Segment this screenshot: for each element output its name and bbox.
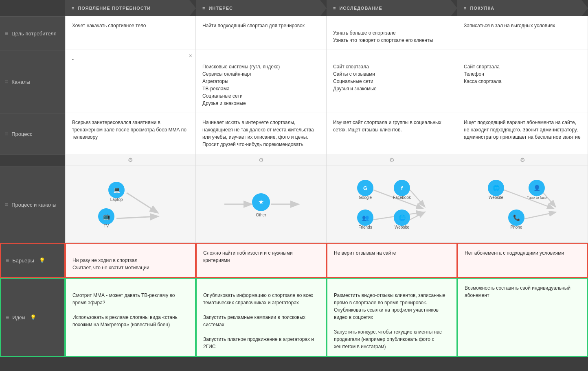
sidebar-ideas: ≡ Идеи 💡 <box>0 278 65 357</box>
process-cell-4: Ищет подходящий вариант абонемента на са… <box>457 113 588 154</box>
svg-text:Google: Google <box>359 195 372 200</box>
menu-icon-process: ≡ <box>5 131 8 137</box>
svg-text:Friends: Friends <box>358 225 372 229</box>
header-empty <box>0 0 65 16</box>
goal-cell-1: Хочет накачать спортивное тело <box>65 16 196 50</box>
diagram-col4: 🌐 Website 👤 Face to face 📞 Phone <box>457 166 588 243</box>
goal-cell-4: Записаться в зал на выгодных условиях <box>457 16 588 50</box>
header-col1: ≡ ПОЯВЛЕНИЕ ПОТРЕБНОСТИ <box>65 0 196 16</box>
barriers-cell-1: Ни разу не ходил в спортзал Считает, что… <box>65 243 196 278</box>
close-icon-channels[interactable]: × <box>189 52 192 60</box>
svg-text:Laptop: Laptop <box>110 197 123 202</box>
menu-icon-channels: ≡ <box>5 79 8 85</box>
goal-cell-3: Узнать больше о спортзале Узнать что гов… <box>327 16 457 50</box>
svg-line-14 <box>410 190 424 206</box>
sidebar-process: ≡ Процесс <box>0 113 65 154</box>
svg-text:🌐: 🌐 <box>399 214 406 221</box>
sidebar-goal: ≡ Цель потребителя <box>0 16 65 50</box>
process-cell-3: Изучает сайт спортзала и группы в социал… <box>327 113 457 154</box>
gear-col4[interactable]: ⚙ <box>457 154 588 166</box>
svg-text:Website: Website <box>395 225 409 229</box>
menu-icon-ideas: ≡ <box>6 314 9 321</box>
svg-line-0 <box>127 193 157 212</box>
diagram-svg-2: ★ Other <box>216 172 306 237</box>
gear-col2[interactable]: ⚙ <box>196 154 327 166</box>
channels-cell-3: Сайт спортзала Сайты с отзывами Социальн… <box>327 50 457 113</box>
svg-text:👤: 👤 <box>533 185 541 192</box>
svg-line-1 <box>116 216 157 218</box>
svg-text:🌐: 🌐 <box>493 185 500 192</box>
svg-text:G: G <box>363 185 367 191</box>
ideas-cell-2: Опубликовать информацию о спортзале во в… <box>196 278 327 357</box>
ideas-cell-4: Возможность составить свой индивидуальны… <box>457 278 588 357</box>
svg-text:Website: Website <box>489 195 503 200</box>
menu-icon3: ≡ <box>333 6 336 11</box>
ideas-cell-3: Разместить видео-отзывы клиентов, записа… <box>327 278 457 357</box>
barriers-cell-4: Нет абонемента с подходящими условиями <box>457 243 588 278</box>
svg-line-31 <box>520 212 555 220</box>
diagram-svg-3: G Google f Facebook 👥 Friends 🌐 Website <box>343 172 441 237</box>
menu-icon-goal: ≡ <box>5 30 8 37</box>
menu-icon-proc-chan: ≡ <box>5 201 8 208</box>
gear-col3[interactable]: ⚙ <box>327 154 457 166</box>
menu-icon1: ≡ <box>72 6 75 11</box>
header-col3: ≡ ИССЛЕДОВАНИЕ <box>327 0 457 16</box>
diagram-svg-4: 🌐 Website 👤 Face to face 📞 Phone <box>474 172 571 237</box>
channels-cell-4: Сайт спортзала Телефон Касса спортзала <box>457 50 588 113</box>
menu-icon4: ≡ <box>464 6 467 11</box>
svg-text:Other: Other <box>256 213 266 217</box>
channels-cell-2: Поисковые системы (гугл, яндекс) Сервисы… <box>196 50 327 113</box>
hint-icon-barriers: 💡 <box>39 258 45 263</box>
svg-text:💻: 💻 <box>113 187 120 194</box>
svg-text:Face to face: Face to face <box>527 196 547 200</box>
svg-text:Phone: Phone <box>511 225 522 229</box>
svg-text:📞: 📞 <box>513 214 520 221</box>
sidebar-gear-empty <box>0 154 65 166</box>
svg-text:👥: 👥 <box>362 214 369 221</box>
diagram-svg-1: 💻 Laptop 📺 TV <box>86 172 176 237</box>
header-col2: ≡ ИНТЕРЕС <box>196 0 327 16</box>
diagram-col1: 💻 Laptop 📺 TV <box>65 166 196 243</box>
process-cell-2: Начинает искать в интернете спортзалы, н… <box>196 113 327 154</box>
svg-text:TV: TV <box>103 224 109 228</box>
svg-text:📺: 📺 <box>103 213 110 220</box>
gear-col1[interactable]: ⚙ <box>65 154 196 166</box>
menu-icon-barriers: ≡ <box>6 257 9 264</box>
barriers-cell-3: Не верит отзывам на сайте <box>327 243 457 278</box>
sidebar-barriers: ≡ Барьеры 💡 <box>0 243 65 278</box>
ideas-cell-1: Смотрит ММА - может давать ТВ-рекламу во… <box>65 278 196 357</box>
header-col4: ≡ ПОКУПКА <box>457 0 588 16</box>
sidebar-channels: ≡ Каналы <box>0 50 65 113</box>
process-cell-1: Всерьез заинтересовался занятиями в трен… <box>65 113 196 154</box>
menu-icon2: ≡ <box>202 6 205 11</box>
channels-cell-1: × - <box>65 50 196 113</box>
svg-text:f: f <box>401 185 403 191</box>
diagram-col3: G Google f Facebook 👥 Friends 🌐 Website <box>327 166 457 243</box>
barriers-cell-2: Сложно найти поблизости и с нужными крит… <box>196 243 327 278</box>
svg-text:★: ★ <box>258 199 264 205</box>
sidebar-process-channels: ≡ Процесс и каналы <box>0 166 65 243</box>
svg-text:Facebook: Facebook <box>393 195 411 200</box>
hint-icon-ideas: 💡 <box>30 314 36 320</box>
diagram-col2: ★ Other <box>196 166 327 243</box>
goal-cell-2: Найти подходящий спортзал для тренировок <box>196 16 327 50</box>
